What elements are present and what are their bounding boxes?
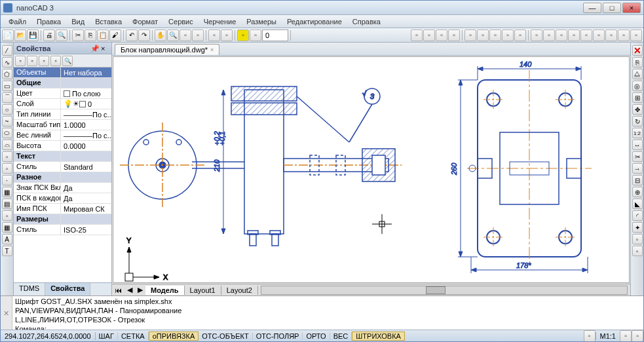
menu-file[interactable]: Файл [3,16,31,27]
circle-icon[interactable]: ○ [2,104,12,115]
table-icon[interactable]: ▦ [2,222,12,233]
insert-block-icon[interactable]: ▫ [2,151,12,162]
prop-tb-3[interactable]: ▫ [39,56,49,66]
dim-tool-10[interactable]: ▫ [531,29,542,41]
document-tab[interactable]: Блок направляющий.dwg* × [115,44,219,55]
panel-close-icon[interactable]: × [101,45,109,52]
prop-height[interactable]: Высота0.0000 [14,141,111,151]
prop-tb-5[interactable]: 🔍 [62,56,73,66]
menu-help[interactable]: Справка [347,16,386,27]
scale-readout[interactable]: M1:1 [596,332,620,340]
copy-icon[interactable]: ⎘ [85,29,96,41]
prop-ltscale[interactable]: Масштаб типа ...1.0000 [14,120,111,130]
break-icon[interactable]: ⊟ [632,175,643,185]
layout-nav-prev[interactable]: ◀ [124,286,135,294]
prop-group-dim[interactable]: Размеры [14,214,111,225]
text-icon[interactable]: T [2,246,12,256]
mod-17-icon[interactable]: ▫ [632,234,643,244]
prop-linetype[interactable]: Тип линии————По с... [14,109,111,120]
doc-tab-close-icon[interactable]: × [210,47,214,53]
ellipse-arc-icon[interactable]: ⌓ [2,140,12,150]
mirror-icon[interactable]: ⧋ [632,69,643,79]
prop-color[interactable]: ЦветПо слою [14,88,111,99]
dim-tool-8[interactable]: ▫ [502,29,514,41]
scale-icon[interactable]: 1:2 [632,128,643,138]
snap-toggle[interactable]: ШАГ [96,332,118,340]
new-icon[interactable]: 📄 [2,29,14,41]
ortho-toggle[interactable]: ОРТО [303,332,330,340]
prop-tb-4[interactable]: ▫ [50,56,61,66]
menu-dim[interactable]: Размеры [241,16,282,27]
join-icon[interactable]: ⊕ [632,187,643,197]
minimize-button[interactable]: ― [583,3,601,13]
status-icon-3[interactable]: ▫ [632,330,643,342]
dim-tool-18[interactable]: ▫ [630,29,642,41]
hscroll-thumb[interactable] [426,286,445,294]
dim-tool-7[interactable]: ▫ [489,29,501,41]
pin-icon[interactable]: 📌 [90,45,98,52]
tool-b-icon[interactable]: ▫ [192,29,204,41]
close-button[interactable]: × [622,3,641,13]
otrack-toggle[interactable]: ОТС-ОБЪЕКТ [199,332,252,340]
layer-combo[interactable]: 0 [262,29,288,41]
maximize-button[interactable]: □ [603,3,621,13]
prop-ucsmark[interactable]: Знак ПСК ВклДа [14,183,111,193]
make-block-icon[interactable]: ▫ [2,163,12,174]
spline-icon[interactable]: ~ [2,116,12,126]
layout-nav-next[interactable]: ▶ [135,286,145,294]
cmd-text[interactable]: Шрифт GOST_AU.SHX заменён на simplex.shx… [12,296,643,330]
dim-tool-16[interactable]: ▫ [605,29,617,41]
dim-tool-2[interactable]: ▫ [423,29,435,41]
offset-icon[interactable]: ◎ [632,81,643,91]
layout-2[interactable]: Layout2 [221,286,258,295]
menu-insert[interactable]: Вставка [90,16,127,27]
layer-state-icon[interactable]: ▫ [250,29,261,41]
extend-icon[interactable]: → [632,163,643,174]
command-line[interactable]: × Шрифт GOST_AU.SHX заменён на simplex.s… [1,295,643,330]
match-icon[interactable]: 🖌 [109,29,121,41]
stretch-icon[interactable]: ↔ [632,140,643,150]
dim-tool-11[interactable]: ▫ [543,29,555,41]
prop-ucseach[interactable]: ПСК в каждом ...Да [14,193,111,204]
prop-group-misc[interactable]: Разное [14,172,111,183]
line-icon[interactable]: ∕ [2,45,12,56]
polygon-icon[interactable]: ⬠ [2,69,12,79]
dim-tool-4[interactable]: ▫ [448,29,460,41]
mtext-icon[interactable]: A [2,234,12,244]
preview-icon[interactable]: 🔍 [56,29,67,41]
pan-icon[interactable]: ✋ [155,29,166,41]
tool-a-icon[interactable]: ▫ [180,29,191,41]
region-icon[interactable]: ▫ [2,210,12,221]
polar-toggle[interactable]: ОТС-ПОЛЯР [253,332,303,340]
delete-icon[interactable]: ✕ [632,45,643,56]
zoom-icon[interactable]: 🔍 [167,29,179,41]
redo-icon[interactable]: ↷ [138,29,150,41]
copy-obj-icon[interactable]: ⎘ [632,57,643,67]
menu-edit[interactable]: Правка [31,16,66,27]
cut-icon[interactable]: ✂ [72,29,84,41]
prop-selection-row[interactable]: Объекты Нет набора [14,67,111,78]
prop-ucsname[interactable]: Имя ПСКМировая СК [14,204,111,214]
print-icon[interactable]: 🖨 [43,29,55,41]
hatch-icon[interactable]: ▦ [2,187,12,197]
props-icon[interactable]: ▫ [221,29,233,41]
menu-modify[interactable]: Редактирование [282,16,347,27]
dim-tool-9[interactable]: ▫ [514,29,526,41]
prop-tb-1[interactable]: ▫ [15,56,26,66]
layout-1[interactable]: Layout1 [185,286,221,295]
osnap-toggle[interactable]: оПРИВЯЗКА [149,332,199,341]
rect-icon[interactable]: ▭ [2,81,12,91]
lweight-toggle[interactable]: ВЕС [330,332,352,340]
move-icon[interactable]: ✥ [632,104,643,115]
fillet-icon[interactable]: ◜ [632,210,643,221]
cmd-handle-icon[interactable]: × [1,296,12,330]
arc-icon[interactable]: ⌒ [2,92,12,103]
tab-props[interactable]: Свойства [45,283,90,295]
dim-tool-1[interactable]: ▫ [411,29,423,41]
dim-tool-3[interactable]: ▫ [436,29,447,41]
dim-tool-12[interactable]: ▫ [556,29,567,41]
array-icon[interactable]: ⊞ [632,92,643,103]
prop-group-general[interactable]: Общие [14,78,111,88]
rotate-icon[interactable]: ↻ [632,116,643,126]
ellipse-icon[interactable]: ⬭ [2,128,12,138]
